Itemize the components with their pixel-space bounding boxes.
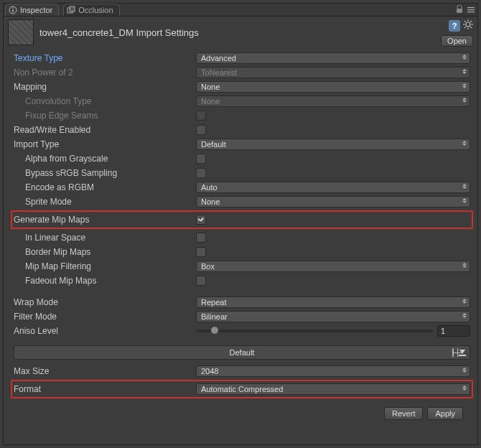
properties-body: Texture Type Advanced Non Power of 2 ToN…	[4, 47, 477, 424]
max-size-dropdown[interactable]: 2048	[196, 365, 470, 377]
gear-icon[interactable]	[463, 19, 473, 32]
texture-type-dropdown[interactable]: Advanced	[196, 52, 470, 64]
open-button[interactable]: Open	[441, 35, 473, 47]
svg-rect-6	[467, 7, 475, 8]
svg-rect-4	[70, 6, 75, 11]
asset-title: tower4_concrete1_DM Import Settings	[39, 27, 199, 38]
generate-mip-maps-label: Generate Mip Maps	[14, 215, 196, 225]
tab-occlusion[interactable]: Occlusion	[63, 4, 119, 16]
in-linear-space-checkbox[interactable]	[196, 233, 206, 243]
max-size-label: Max Size	[14, 366, 196, 376]
occlusion-icon	[67, 6, 75, 14]
filter-mode-label: Filter Mode	[14, 312, 196, 322]
inspector-panel: Inspector Occlusion tower4_concrete1_DM …	[3, 3, 478, 445]
tab-occlusion-label: Occlusion	[78, 6, 113, 14]
highlight-format: Format Automatic Compressed	[11, 380, 473, 398]
highlight-generate-mip-maps: Generate Mip Maps	[11, 210, 473, 229]
info-icon	[9, 6, 17, 14]
fadeout-mip-maps-label: Fadeout Mip Maps	[14, 276, 196, 286]
generate-mip-maps-checkbox[interactable]	[196, 215, 206, 225]
in-linear-space-label: In Linear Space	[14, 233, 196, 243]
mapping-label: Mapping	[14, 82, 196, 92]
svg-line-14	[464, 21, 466, 22]
read-write-enabled-label: Read/Write Enabled	[14, 125, 196, 135]
platform-bar[interactable]: Default	[14, 345, 470, 360]
filter-mode-dropdown[interactable]: Bilinear	[196, 311, 470, 322]
bypass-srgb-checkbox[interactable]	[196, 168, 206, 178]
svg-point-9	[466, 22, 470, 27]
format-dropdown[interactable]: Automatic Compressed	[196, 383, 470, 395]
texture-thumbnail	[8, 19, 34, 45]
aniso-level-slider[interactable]	[196, 330, 433, 332]
svg-rect-5	[457, 9, 462, 13]
non-power-of-2-label: Non Power of 2	[14, 67, 196, 78]
fadeout-mip-maps-checkbox[interactable]	[196, 276, 206, 286]
fixup-edge-seams-label: Fixup Edge Seams	[14, 111, 196, 121]
svg-rect-2	[12, 8, 13, 9]
fixup-edge-seams-checkbox	[196, 111, 206, 121]
border-mip-maps-label: Border Mip Maps	[14, 247, 196, 257]
alpha-from-grayscale-checkbox[interactable]	[196, 154, 206, 164]
aniso-level-label: Aniso Level	[14, 326, 196, 336]
chevron-updown-icon	[462, 184, 467, 189]
tab-inspector[interactable]: Inspector	[5, 4, 59, 16]
texture-type-label: Texture Type	[14, 53, 196, 63]
chevron-updown-icon	[462, 386, 467, 391]
sprite-mode-label: Sprite Mode	[14, 197, 196, 207]
svg-rect-1	[12, 9, 13, 12]
revert-button[interactable]: Revert	[384, 407, 423, 420]
asset-header: tower4_concrete1_DM Import Settings ? Op…	[4, 17, 477, 47]
svg-line-17	[470, 21, 472, 22]
tab-inspector-label: Inspector	[20, 6, 52, 14]
wrap-mode-label: Wrap Mode	[14, 297, 196, 307]
svg-line-16	[464, 27, 466, 28]
chevron-updown-icon	[462, 368, 467, 373]
slider-knob[interactable]	[210, 326, 219, 335]
mip-map-filtering-dropdown[interactable]: Box	[196, 261, 470, 272]
convolution-type-label: Convolution Type	[14, 96, 196, 106]
border-mip-maps-checkbox[interactable]	[196, 247, 206, 257]
wrap-mode-dropdown[interactable]: Repeat	[196, 297, 470, 308]
mip-map-filtering-label: Mip Map Filtering	[14, 261, 196, 271]
pane-menu-icon[interactable]	[467, 6, 475, 16]
alpha-from-grayscale-label: Alpha from Grayscale	[14, 154, 196, 164]
chevron-updown-icon	[462, 198, 467, 203]
platform-default-label: Default	[230, 348, 255, 357]
mapping-dropdown[interactable]: None	[196, 81, 470, 93]
chevron-updown-icon	[462, 55, 467, 60]
footer-buttons: Revert Apply	[14, 400, 470, 420]
chevron-updown-icon	[462, 263, 467, 268]
tab-bar: Inspector Occlusion	[4, 4, 477, 17]
format-label: Format	[14, 384, 196, 394]
chevron-updown-icon	[462, 69, 467, 74]
apply-button[interactable]: Apply	[427, 407, 463, 420]
lock-icon[interactable]	[456, 5, 463, 16]
help-icon[interactable]: ?	[449, 20, 460, 32]
bypass-srgb-label: Bypass sRGB Sampling	[14, 168, 196, 178]
convolution-type-dropdown: None	[196, 95, 470, 107]
import-type-dropdown[interactable]: Default	[196, 139, 470, 150]
chevron-updown-icon	[462, 141, 467, 146]
chevron-updown-icon	[462, 83, 467, 88]
svg-rect-8	[467, 11, 475, 12]
aniso-level-field[interactable]: 1	[437, 325, 470, 337]
chevron-updown-icon	[462, 299, 467, 304]
encode-as-rgbm-label: Encode as RGBM	[14, 182, 196, 192]
svg-rect-7	[467, 9, 475, 10]
non-power-of-2-dropdown: ToNearest	[196, 67, 470, 78]
import-type-label: Import Type	[14, 139, 196, 149]
sprite-mode-dropdown[interactable]: None	[196, 196, 470, 207]
globe-icon[interactable]	[452, 348, 454, 357]
encode-as-rgbm-dropdown[interactable]: Auto	[196, 182, 470, 193]
chevron-updown-icon	[462, 313, 467, 318]
chevron-updown-icon	[462, 98, 467, 103]
svg-line-15	[470, 27, 472, 28]
read-write-enabled-checkbox[interactable]	[196, 125, 206, 135]
